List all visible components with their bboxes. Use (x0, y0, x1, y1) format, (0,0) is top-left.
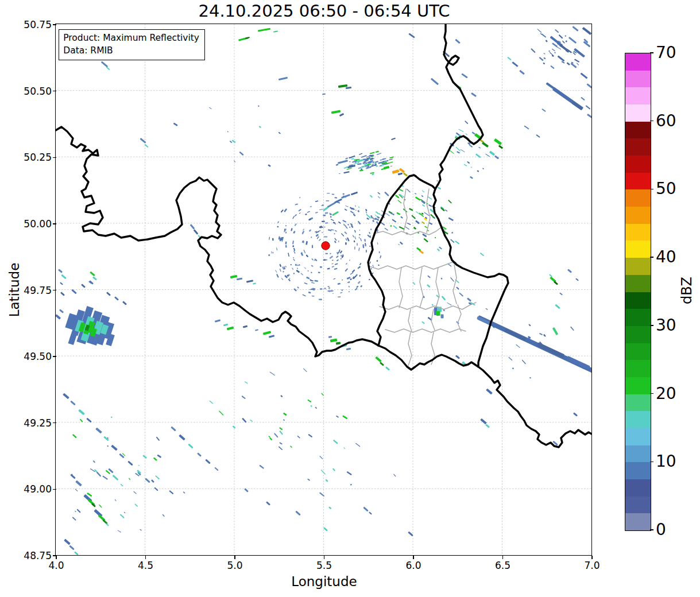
clutter-speckle (295, 264, 297, 266)
clutter-speckle (448, 200, 452, 204)
clutter-speckle (306, 254, 309, 257)
y-tick-mark (53, 422, 56, 423)
clutter-speckle (328, 288, 330, 289)
clutter-speckle (458, 129, 464, 133)
clutter-speckle (327, 193, 330, 193)
radar-echo (398, 173, 403, 176)
clutter-speckle (321, 470, 326, 475)
y-tick-mark (53, 290, 56, 290)
clutter-speckle (129, 478, 131, 480)
clutter-speckle (349, 226, 351, 228)
radar-echo (494, 138, 502, 145)
clutter-speckle (378, 196, 380, 199)
clutter-speckle (384, 192, 389, 196)
clutter-speckle (430, 214, 435, 219)
radar-echo (507, 57, 512, 61)
radar-echo (567, 356, 590, 370)
radar-echo (194, 229, 199, 235)
clutter-speckle (440, 278, 443, 280)
clutter-speckle (350, 278, 352, 281)
clutter-speckle (377, 192, 380, 195)
colorbar-segment (625, 87, 651, 104)
clutter-speckle (428, 204, 432, 207)
clutter-speckle (366, 218, 369, 220)
clutter-speckle (450, 150, 454, 154)
x-tick-mark (145, 556, 146, 559)
radar-echo (171, 427, 176, 432)
radar-echo (587, 83, 592, 89)
clutter-speckle (279, 431, 283, 435)
clutter-speckle (335, 197, 338, 199)
district-border (374, 228, 445, 235)
clutter-speckle (173, 123, 178, 126)
clutter-speckle (295, 204, 297, 206)
radar-echo (323, 527, 328, 532)
clutter-speckle (442, 296, 446, 300)
clutter-speckle (325, 223, 328, 224)
clutter-speckle (169, 490, 174, 494)
clutter-speckle (359, 230, 361, 231)
clutter-speckle (300, 273, 303, 276)
clutter-speckle (326, 479, 328, 482)
info-product-line: Product: Maximum Reflectivity (63, 32, 199, 44)
clutter-speckle (258, 106, 260, 107)
radar-echo (581, 73, 588, 79)
clutter-speckle (292, 216, 295, 219)
clutter-speckle (369, 261, 371, 263)
clutter-speckle (331, 219, 334, 221)
clutter-speckle (422, 204, 425, 207)
radar-echo (140, 138, 146, 144)
radar-echo (145, 478, 150, 483)
clutter-speckle (512, 367, 515, 370)
clutter-speckle (419, 213, 424, 218)
clutter-speckle (293, 231, 296, 234)
radar-echo (461, 73, 468, 79)
clutter-speckle (297, 268, 299, 269)
clutter-speckle (303, 250, 305, 254)
clutter-speckle (333, 278, 335, 280)
clutter-speckle (320, 298, 322, 300)
radar-echo (408, 532, 413, 537)
clutter-speckle (87, 493, 92, 497)
radar-echo (486, 389, 493, 395)
clutter-speckle (288, 253, 289, 257)
colorbar (625, 53, 651, 531)
colorbar-tick-mark (650, 52, 653, 53)
clutter-speckle (281, 210, 284, 213)
clutter-speckle (316, 234, 319, 237)
clutter-speckle (308, 400, 312, 402)
clutter-speckle (338, 283, 341, 285)
radar-echo (106, 292, 111, 296)
y-tick-mark (53, 157, 56, 158)
colorbar-tick-label: 50 (656, 181, 676, 197)
clutter-speckle (307, 270, 309, 272)
clutter-speckle (219, 410, 223, 416)
clutter-speckle (312, 245, 313, 249)
clutter-speckle (299, 209, 301, 212)
clutter-speckle (467, 161, 470, 164)
clutter-speckle (118, 530, 122, 533)
y-tick-label: 49.00 (17, 484, 52, 494)
radar-echo (582, 27, 591, 35)
clutter-speckle (338, 297, 341, 297)
radar-echo (421, 321, 425, 324)
colorbar-segment (625, 138, 651, 156)
clutter-speckle (448, 218, 454, 222)
radar-echo (399, 168, 405, 173)
clutter-speckle (307, 211, 311, 213)
radar-echo (568, 37, 577, 44)
radar-echo (467, 297, 471, 301)
clutter-speckle (564, 35, 566, 37)
clutter-speckle (389, 158, 393, 160)
radar-echo (550, 65, 555, 69)
clutter-speckle (562, 61, 565, 64)
clutter-speckle (362, 245, 364, 249)
clutter-speckle (358, 221, 361, 224)
radar-echo (295, 511, 300, 516)
clutter-speckle (111, 416, 113, 418)
clutter-speckle (350, 272, 354, 275)
clutter-speckle (322, 232, 323, 233)
clutter-speckle (291, 228, 293, 231)
y-tick-mark (53, 24, 56, 25)
clutter-speckle (138, 465, 140, 467)
